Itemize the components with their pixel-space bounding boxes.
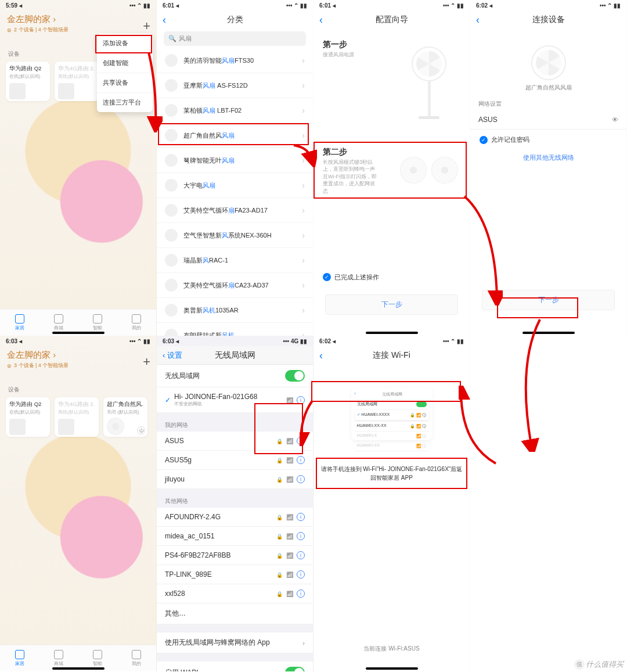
fan-mode-illustration — [400, 157, 458, 184]
back-button[interactable]: ‹ — [319, 14, 323, 26]
wifi-current-row[interactable]: ✓ Hi- JOINONE-Fan-021G68不安全的网络 i — [157, 387, 313, 413]
device-card[interactable]: 华为4G路由 2…离线(默认房间) — [55, 397, 99, 437]
category-item[interactable]: 亚摩斯风扇 AS-FS12D› — [157, 73, 313, 98]
device-card[interactable]: 华为4G路由 2…离线(默认房间) — [55, 62, 99, 101]
menu-third-party[interactable]: 连接三方平台 — [97, 93, 153, 112]
device-card-fan[interactable]: 超广角自然风…关闭 (默认房间)⏻ — [103, 397, 147, 437]
home-indicator — [52, 332, 105, 334]
wifi-row[interactable]: jiluyoui — [157, 470, 313, 489]
device-card[interactable]: 华为路由 Q2在线(默认房间) — [6, 62, 50, 101]
screen-wizard: 6:01 ◂••• ⌃ ▮▮ ‹配置向导 第一步 接通风扇电源 第二步 长按风扇… — [314, 0, 470, 336]
home-subtitle: 3 个设备 | 4 个智能场景 — [14, 362, 69, 369]
other-network-link[interactable]: 使用其他无线网络 — [470, 150, 626, 166]
wifi-row[interactable]: AFOUNDRY-2.4Gi — [157, 508, 313, 527]
wifi-illustration: ‹无线局域网 无线局域网 ✓ HUAWEI-XXXX🔒 📶 ⓘ HUAWEI-X… — [351, 388, 433, 440]
category-item[interactable]: 弩牌智能无叶风扇› — [157, 148, 313, 173]
watermark: 值什么值得买 — [574, 659, 624, 670]
device-icon — [165, 329, 178, 336]
menu-add-device[interactable]: 添加设备 — [97, 34, 153, 53]
device-icon — [165, 79, 178, 92]
category-item[interactable]: 大宇电风扇› — [157, 173, 313, 198]
tab-home[interactable]: 家居 — [0, 310, 39, 336]
device-icon — [165, 129, 178, 142]
ssid-row[interactable]: ASUS👁 — [470, 110, 626, 130]
category-item[interactable]: 美的清羽智能风扇FTS30› — [157, 48, 313, 73]
device-icon — [165, 154, 178, 167]
device-icon — [165, 254, 178, 267]
wifi-switch-label: 无线局域网 — [165, 371, 200, 381]
home-title[interactable]: 金左脚的家 › — [0, 346, 156, 362]
category-item[interactable]: 莱柏顿风扇 LBT-F02› — [157, 98, 313, 123]
screen-connect-wifi: 6:02 ◂••• ⌃ ▮▮ ‹连接 Wi-Fi ‹无线局域网 无线局域网 ✓ … — [314, 336, 470, 671]
wifi-toggle[interactable] — [285, 370, 305, 382]
fan-illustration — [406, 46, 452, 119]
device-icon — [165, 54, 178, 67]
device-icon — [165, 279, 178, 292]
screen-category: 6:01 ◂••• ⌃ ▮▮ ‹分类 🔍 风扇 美的清羽智能风扇FTS30›亚摩… — [157, 0, 314, 336]
category-item[interactable]: 奥普新风机1035AR› — [157, 298, 313, 323]
back-button[interactable]: ‹ — [476, 14, 480, 26]
home-title[interactable]: 金左脚的家 › — [0, 10, 156, 26]
screen-wifi-settings: 6:03 ◂••• 4G ▮▮ ‹ 设置无线局域网 无线局域网 ✓ Hi- JO… — [157, 336, 314, 671]
network-section-label: 网络设置 — [470, 92, 626, 110]
device-icon — [165, 229, 178, 242]
wifi-row[interactable]: xxl528i — [157, 584, 313, 603]
category-item[interactable]: 瑞晶新风RAC-1› — [157, 248, 313, 273]
page-title: 分类 — [227, 15, 243, 25]
screen-home-menu: 5:59 ◂••• ⌃ ▮▮ 金左脚的家 › ⊜ 2 个设备 | 4 个智能场景… — [0, 0, 157, 336]
add-icon[interactable]: + — [143, 19, 150, 34]
page-title: 连接设备 — [532, 15, 565, 25]
step2-desc: 长按风扇模式键3秒以上，直至听到蜂鸣一声且Wi-Fi指示灯闪烁，即重置成功，进入… — [314, 159, 389, 197]
page-title: 配置向导 — [376, 15, 408, 25]
device-icon — [165, 179, 178, 192]
back-button[interactable]: ‹ — [163, 14, 166, 26]
menu-share-device[interactable]: 共享设备 — [97, 73, 153, 93]
device-card[interactable]: 华为路由 Q2在线(默认房间) — [6, 397, 50, 437]
wifi-other-link[interactable]: 其他… — [157, 603, 313, 624]
back-settings[interactable]: ‹ 设置 — [163, 350, 182, 361]
wifi-row[interactable]: ASUSi — [157, 432, 313, 451]
tab-me[interactable]: 我的 — [117, 310, 156, 336]
back-button[interactable]: ‹ — [319, 350, 323, 362]
category-item[interactable]: 艾美特空气循环扇FA23-AD17› — [157, 198, 313, 223]
menu-create-scene[interactable]: 创建智能 — [97, 53, 153, 73]
category-item[interactable]: 艾美特空气循环扇CA23-AD37› — [157, 273, 313, 298]
status-bar: 5:59 ◂••• ⌃ ▮▮ — [0, 0, 156, 10]
category-item[interactable]: 布朗壁挂式新风机› — [157, 323, 313, 336]
wifi-row[interactable]: midea_ac_0151i — [157, 527, 313, 546]
wifi-row[interactable]: TP-LINK_989Ei — [157, 565, 313, 584]
wapi-row[interactable]: 启用 WAPI — [157, 662, 313, 671]
step2-title: 第二步 — [314, 136, 470, 159]
screen-home-added: 6:03 ◂••• ⌃ ▮▮ 金左脚的家 › + ⊜ 3 个设备 | 4 个智能… — [0, 336, 157, 671]
page-title: 连接 Wi-Fi — [373, 350, 410, 361]
category-item[interactable]: 空气堡智慧新风系统NEX-360H› — [157, 223, 313, 248]
add-icon[interactable]: + — [143, 354, 150, 369]
search-input[interactable]: 🔍 风扇 — [164, 31, 306, 46]
device-icon — [165, 104, 178, 117]
confirm-checkbox[interactable]: ✓已完成上述操作 — [314, 267, 470, 288]
remember-password[interactable]: ✓允许记住密码 — [470, 130, 626, 150]
wifi-row[interactable]: PS4-6F9B272AF8BBi — [157, 546, 313, 565]
fan-icon — [528, 45, 569, 80]
page-title: 无线局域网 — [215, 350, 255, 361]
current-wifi-label: 当前连接 Wi-Fi:ASUS — [314, 645, 470, 653]
tab-home[interactable]: 家居 — [0, 645, 39, 671]
wapi-toggle[interactable] — [285, 667, 305, 671]
plus-menu: 添加设备 创建智能 共享设备 连接三方平台 — [97, 34, 153, 112]
next-button[interactable]: 下一步 — [325, 294, 458, 315]
next-button[interactable]: 下一步 — [482, 290, 615, 310]
tab-me[interactable]: 我的 — [117, 645, 156, 671]
instruction-box: 请将手机连接到 Wi-Fi"Hi- JOINONE-Fan-021G6X"后返回… — [316, 458, 467, 489]
device-icon — [165, 204, 178, 217]
fan-name: 超广角自然风风扇 — [470, 84, 626, 92]
device-icon — [165, 304, 178, 317]
wifi-apps-row[interactable]: 使用无线局域网与蜂窝网络的 App› — [157, 633, 313, 653]
screen-connect-device: 6:02 ◂••• ⌃ ▮▮ ‹连接设备 超广角自然风风扇 网络设置 ASUS👁… — [470, 0, 627, 336]
category-item[interactable]: 超广角自然风风扇› — [157, 123, 313, 148]
wifi-row[interactable]: ASUS5gi — [157, 451, 313, 470]
